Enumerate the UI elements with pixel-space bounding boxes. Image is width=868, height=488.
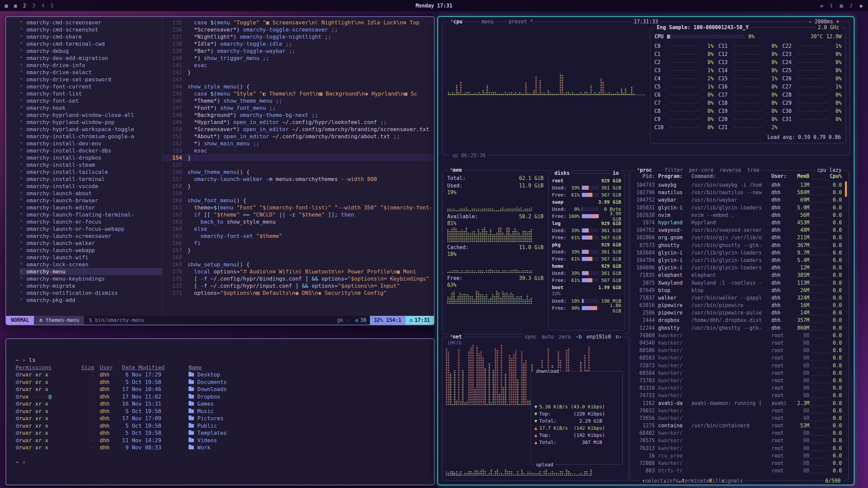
process-row[interactable]: 79032kworker/root0B0.0	[634, 407, 842, 414]
process-row[interactable]: 73703kworker/root0B0.0	[634, 377, 842, 384]
workspace-3[interactable]: 3	[32, 3, 35, 9]
hotkey[interactable]: erminate	[685, 478, 709, 484]
process-row[interactable]: 104696glycin-i/usr/lib/glycin-loadersdhh…	[634, 264, 842, 271]
hotkey[interactable]: ↓	[663, 478, 666, 484]
process-row[interactable]: 81310kworker/root0B0.0	[634, 384, 842, 392]
file-item[interactable]: *omarchy-menu	[20, 268, 162, 275]
process-sort[interactable]: cpu lazy	[815, 167, 843, 173]
file-item[interactable]: *omarchy-dev-add-migration	[20, 55, 162, 62]
file-item[interactable]: *omarchy-hyprland-window-pop	[20, 119, 162, 126]
process-row[interactable]: 104752waybar/usr/bin/waybardhh69M0.0	[634, 196, 842, 204]
file-item[interactable]: *omarchy-launch-or-focus-webapp	[20, 225, 162, 232]
file-item[interactable]: *omarchy-install-steam	[20, 161, 162, 168]
process-row[interactable]: 72088kworker/root0B0.0	[634, 460, 842, 467]
process-row[interactable]: 104743swaybg/usr/bin/swaybg -i /homdhh13…	[634, 181, 842, 189]
file-item[interactable]: *omarchy-cmd-screenshot	[20, 26, 162, 33]
file-item[interactable]: *omarchy-font-current	[20, 83, 162, 90]
file-item[interactable]: *omarchy-install-terminal	[20, 176, 162, 183]
workspace-1-icon[interactable]: ▣	[14, 3, 17, 9]
neovim-window[interactable]: *omarchy-cmd-screensaver*omarchy-cmd-scr…	[5, 16, 435, 325]
process-row[interactable]: 73656kworker/root0B0.0	[634, 414, 842, 422]
process-row[interactable]: 71835elephantelephantdhh385M0.0	[634, 271, 842, 279]
workspace-2[interactable]: 2	[23, 3, 26, 9]
process-row[interactable]: 1974hyprlandHyprlanddhh453M0.0	[634, 219, 842, 226]
file-item[interactable]: *omarchy-migrate	[20, 282, 162, 289]
file-item[interactable]: *omarchy-hook	[20, 104, 162, 111]
proc-tree-button[interactable]: tree	[747, 167, 760, 173]
file-item[interactable]: *omarchy-cmd-screensaver	[20, 19, 162, 26]
file-item[interactable]: *omarchy-drive-info	[20, 62, 162, 69]
apps-icon[interactable]: ▦	[5, 3, 8, 9]
proc-filter-button[interactable]: filter	[665, 167, 683, 173]
file-item[interactable]: *omarchy-menu-keybindings	[20, 275, 162, 282]
file-item[interactable]: *omarchy-cmd-share	[20, 33, 162, 40]
file-item[interactable]: *omarchy-launch-editor	[20, 204, 162, 211]
power-icon[interactable]: ◉	[860, 3, 863, 9]
file-item[interactable]: *omarchy-lock-screen	[20, 261, 162, 268]
iface-next-button[interactable]: n›	[616, 334, 622, 340]
iface-prev-button[interactable]: ‹b	[576, 334, 582, 340]
file-item[interactable]: *omarchy-font-set	[20, 97, 162, 104]
process-row[interactable]: 2075XwaylandXwayland :1 -rootless -dhh11…	[634, 279, 842, 286]
file-item[interactable]: *omarchy-launch-about	[20, 190, 162, 197]
file-item[interactable]: *omarchy-debug	[20, 47, 162, 55]
file-item[interactable]: *omarchy-font-list	[20, 90, 162, 97]
net-zero-button[interactable]: zero	[559, 334, 571, 340]
process-row[interactable]: 76575kworker/root0B0.0	[634, 437, 842, 444]
file-item[interactable]: *omarchy-hyprland-workspace-toggle	[20, 126, 162, 133]
proc-col-header[interactable]: Cpu%	[829, 173, 842, 181]
file-item[interactable]: *omarchy-notification-dismiss	[20, 289, 162, 297]
interval-plus-button[interactable]: +	[836, 19, 839, 25]
process-row[interactable]: 102866org.gnom/usr/bin/gjs /usr/lib/odhh…	[634, 234, 842, 241]
interval-minus-button[interactable]: -	[809, 19, 812, 25]
file-item[interactable]: *omarchy-launch-or-focus	[20, 218, 162, 225]
proc-col-header[interactable]: User:	[771, 173, 792, 181]
net-auto-button[interactable]: auto	[541, 334, 554, 340]
process-row[interactable]: 94540kworker/root0B0.0	[634, 339, 842, 347]
process-row[interactable]: 102796nautilus/usr/bin/nautilus --newdhh…	[634, 189, 842, 196]
process-row[interactable]: 105031glycin-i/usr/lib/glycin-loadersdhh…	[634, 204, 842, 211]
proc-col-header[interactable]: Command:	[688, 173, 771, 181]
prompt-line[interactable]: ~›	[16, 459, 425, 466]
file-item[interactable]: *omarchy-install-docker-dbs	[20, 147, 162, 154]
process-row[interactable]: 63816pipewire/usr/bin/pipewiredhh16M0.0	[634, 302, 842, 309]
network-icon[interactable]: ⇄	[820, 3, 823, 9]
process-row[interactable]: 803btrfs-trroot0B0.0	[634, 467, 842, 474]
hotkey[interactable]: ↑	[642, 478, 645, 484]
file-item[interactable]: *omarchy-install-chromium-google-a	[20, 133, 162, 140]
hotkey[interactable]: ↵	[678, 478, 682, 484]
process-row[interactable]: 71837walker/usr/bin/walker --gappldhh324…	[634, 294, 842, 302]
bluetooth-icon[interactable]: ᛒ	[830, 3, 833, 9]
process-row[interactable]: 74869kworker/root0B0.0	[634, 332, 842, 339]
process-row[interactable]: 68583kworker/root0B0.0	[634, 354, 842, 362]
file-item[interactable]: *omarchy-launch-browser	[20, 197, 162, 204]
proc-col-header[interactable]: MemB	[792, 173, 809, 181]
refresh-interval[interactable]: - 2000ms +	[807, 19, 841, 25]
hotkey[interactable]: select	[645, 478, 663, 484]
process-row[interactable]: 72073kworker/root0B0.0	[634, 362, 842, 369]
proc-reverse-button[interactable]: reverse	[719, 167, 741, 173]
process-row[interactable]: 87649btopbtopdhh26M0.0	[634, 287, 842, 294]
process-scrollbar[interactable]	[845, 181, 847, 477]
disks-io-toggle[interactable]: io	[611, 170, 620, 176]
process-row[interactable]: 102638nvimnvim --embed .dhh56M0.0	[634, 211, 842, 219]
btop-menu-button[interactable]: menu	[480, 19, 495, 25]
process-row[interactable]: 12244ghostty/usr/bin/ghostty --gtk-dhh86…	[634, 324, 842, 332]
file-item[interactable]: *omarchy-install-dropbox	[20, 154, 162, 161]
process-row[interactable]: 1275containe/usr/bin/containerdroot53M0.…	[634, 422, 842, 429]
terminal-window[interactable]: ~›ls PermissionsSizeUserDate ModifiedNam…	[5, 338, 435, 485]
workspace-4[interactable]: 4	[41, 3, 44, 9]
process-row[interactable]: 2444dropbox/home/dhh/.dropbox-distdhh357…	[634, 317, 842, 324]
hotkey[interactable]: ill	[712, 478, 722, 484]
net-sync-button[interactable]: sync	[525, 334, 537, 340]
file-item[interactable]: *omarchy-drive-select	[20, 69, 162, 76]
process-row[interactable]: 87573ghostty/usr/bin/ghostty --gtk-dhh36…	[634, 242, 842, 249]
file-item[interactable]: *omarchy-install-vscode	[20, 183, 162, 190]
process-row[interactable]: 68402kworker/root0B0.0	[634, 429, 842, 437]
process-row[interactable]: 1162avahi-daavahi-daemon: running [avahi…	[634, 399, 842, 407]
file-item[interactable]: *omarchy-install-tailscale	[20, 168, 162, 176]
btop-window[interactable]: ¹cpu menu preset * 17:31:33 - 2000ms + E…	[437, 16, 854, 485]
volume-icon[interactable]: ♪	[850, 3, 853, 9]
btop-preset-button[interactable]: preset *	[507, 19, 535, 25]
file-item[interactable]: *omarchy-pkg-add	[20, 297, 162, 304]
